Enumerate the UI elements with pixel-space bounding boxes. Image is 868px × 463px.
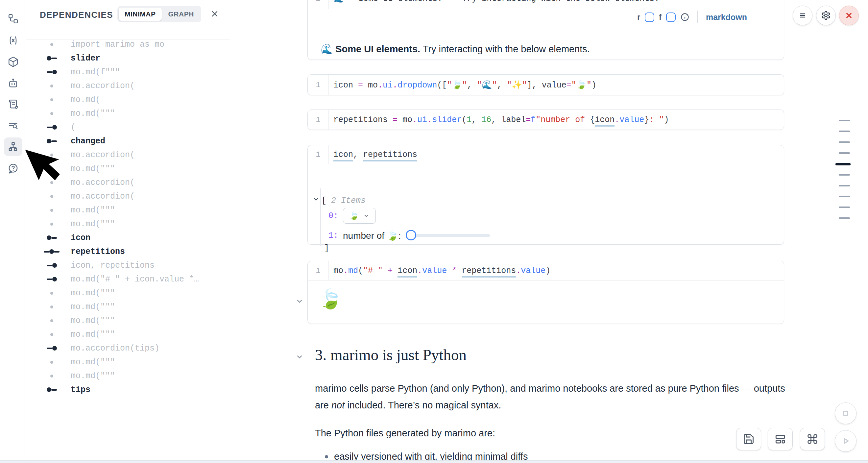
- code-line[interactable]: 🌊 **Some UI elements.** Try interacting …: [329, 0, 659, 4]
- cell-dot-icon: [39, 98, 64, 101]
- collapse-chevron-icon[interactable]: [312, 196, 319, 206]
- markdown-cell-partial[interactable]: 1 🌊 **Some UI elements.** Try interactin…: [307, 0, 784, 60]
- minimap-row[interactable]: tips: [26, 383, 230, 397]
- dropdown-select[interactable]: 🍃: [343, 208, 376, 224]
- minimap-row[interactable]: changed: [26, 134, 230, 148]
- settings-button[interactable]: [816, 6, 836, 25]
- code-cell-dropdown[interactable]: 1 icon = mo.ui.dropdown(["🍃", "🌊", "✨"],…: [307, 74, 784, 95]
- cell-indicator[interactable]: [839, 207, 850, 208]
- play-icon: [840, 435, 851, 446]
- code-editor[interactable]: 1 repetitions = mo.ui.slider(1, 16, labe…: [308, 110, 784, 129]
- line-number: 1: [308, 75, 329, 95]
- variables-icon: [7, 35, 19, 46]
- code-editor[interactable]: 1 icon = mo.ui.dropdown(["🍃", "🌊", "✨"],…: [308, 75, 784, 95]
- minimap-row[interactable]: mo.md(""": [26, 369, 230, 383]
- shutdown-button[interactable]: [839, 6, 859, 25]
- minimap-row[interactable]: mo.accordion(: [26, 79, 230, 93]
- minimap-row[interactable]: mo.md(""": [26, 328, 230, 341]
- index-label: 1:: [329, 231, 338, 240]
- toolbar-divider: [698, 11, 698, 23]
- packages-button[interactable]: [4, 53, 22, 71]
- minimap-row[interactable]: import marimo as mo: [26, 37, 230, 51]
- code-cell-md-concat[interactable]: 1 mo.md("# " + icon.value * repetitions.…: [307, 261, 784, 324]
- f-string-toggle[interactable]: [666, 12, 676, 22]
- slider-track[interactable]: [406, 234, 490, 237]
- minimap-row[interactable]: mo.md(""": [26, 217, 230, 231]
- code-cell-slider[interactable]: 1 repetitions = mo.ui.slider(1, 16, labe…: [307, 110, 784, 130]
- minimap-row[interactable]: mo.accordion(tips): [26, 341, 230, 355]
- cell-indicator[interactable]: [839, 120, 850, 121]
- close-panel-button[interactable]: [208, 7, 221, 21]
- command-palette-button[interactable]: [800, 428, 825, 450]
- code-cell-tuple[interactable]: 1 icon, repetitions [ 2 Items 0: 🍃: [307, 145, 784, 245]
- minimap-row[interactable]: mo.md(""": [26, 203, 230, 217]
- minimap-row-label: mo.md(""": [71, 330, 115, 339]
- cell-indicator[interactable]: [839, 196, 850, 197]
- code-line[interactable]: repetitions = mo.ui.slider(1, 16, label=…: [329, 115, 669, 125]
- minimap-row[interactable]: mo.md(""": [26, 314, 230, 328]
- ai-assistant-button[interactable]: [4, 74, 22, 92]
- section-heading: 3. marimo is just Python: [315, 346, 467, 364]
- minimap-row[interactable]: mo.md(""": [26, 300, 230, 314]
- minimap-row[interactable]: slider: [26, 51, 230, 65]
- stop-button[interactable]: [835, 402, 857, 424]
- slider-widget[interactable]: [406, 230, 490, 241]
- file-tree-icon: [7, 13, 19, 24]
- code-line[interactable]: icon = mo.ui.dropdown(["🍃", "🌊", "✨"], v…: [329, 80, 596, 90]
- variables-button[interactable]: [4, 31, 22, 50]
- minimap-row[interactable]: (: [26, 120, 230, 134]
- code-line[interactable]: icon, repetitions: [329, 150, 417, 159]
- code-editor[interactable]: 1 🌊 **Some UI elements.** Try interactin…: [308, 0, 784, 9]
- tab-minimap[interactable]: MINIMAP: [119, 7, 162, 21]
- logs-search-button[interactable]: [4, 116, 22, 135]
- minimap-row[interactable]: icon, repetitions: [26, 258, 230, 272]
- hamburger-menu-icon: [798, 10, 807, 21]
- layout-button[interactable]: [768, 428, 793, 450]
- cell-dot-icon: [39, 374, 64, 377]
- minimap-row[interactable]: mo.md(""": [26, 106, 230, 120]
- run-button[interactable]: [835, 430, 857, 452]
- minimap-row[interactable]: mo.md(""": [26, 355, 230, 369]
- minimap-row[interactable]: mo.md(f""": [26, 65, 230, 79]
- items-count: 2 Items: [331, 196, 366, 206]
- tab-graph[interactable]: GRAPH: [162, 7, 200, 21]
- dependency-graph-button[interactable]: [4, 137, 22, 156]
- cell-indicator[interactable]: [839, 130, 850, 132]
- minimap-row-label: mo.md(""": [71, 288, 115, 298]
- cell-connection-icon: [39, 70, 64, 74]
- cell-indicator[interactable]: [839, 217, 850, 219]
- line-number: 1: [308, 145, 329, 164]
- cell-indicator[interactable]: [839, 185, 850, 186]
- code-line[interactable]: mo.md("# " + icon.value * repetitions.va…: [329, 266, 550, 276]
- code-editor[interactable]: 1 mo.md("# " + icon.value * repetitions.…: [308, 261, 784, 280]
- output-collapse-chevron[interactable]: [295, 297, 304, 306]
- bracket-close: ]: [324, 244, 329, 253]
- help-button[interactable]: [4, 159, 22, 178]
- snippets-button[interactable]: [4, 95, 22, 114]
- minimap-row[interactable]: mo.md(""": [26, 286, 230, 300]
- cell-indicator[interactable]: [839, 174, 850, 176]
- r-string-toggle[interactable]: [645, 12, 654, 22]
- minimap-row[interactable]: icon: [26, 231, 230, 245]
- minimap-row[interactable]: repetitions: [26, 245, 230, 258]
- minimap-row-label: mo.md(""": [71, 316, 115, 326]
- section-collapse-chevron[interactable]: [295, 352, 304, 361]
- leaf-heading-output: 🍃: [319, 289, 342, 308]
- output-text: Try interacting with the below elements.: [420, 44, 590, 54]
- language-label[interactable]: markdown: [706, 12, 747, 22]
- cell-connection-icon: [39, 236, 64, 240]
- info-icon[interactable]: [680, 12, 689, 22]
- file-tree-button[interactable]: [4, 9, 22, 28]
- minimap-row-label: mo.md("# " + icon.value *…: [71, 275, 199, 284]
- notebook-menu-button[interactable]: [793, 6, 812, 25]
- minimap-row[interactable]: mo.md("# " + icon.value *…: [26, 272, 230, 286]
- cell-indicator[interactable]: [839, 152, 850, 154]
- slider-thumb[interactable]: [406, 230, 416, 240]
- minimap-row[interactable]: mo.md(: [26, 93, 230, 106]
- save-button[interactable]: [736, 428, 761, 450]
- cell-indicator[interactable]: [839, 142, 850, 143]
- minimap-row-label: mo.accordion(: [71, 178, 135, 187]
- cell-indicator-active[interactable]: [835, 163, 850, 165]
- code-editor[interactable]: 1 icon, repetitions: [308, 145, 784, 164]
- r-string-label: r: [637, 13, 640, 22]
